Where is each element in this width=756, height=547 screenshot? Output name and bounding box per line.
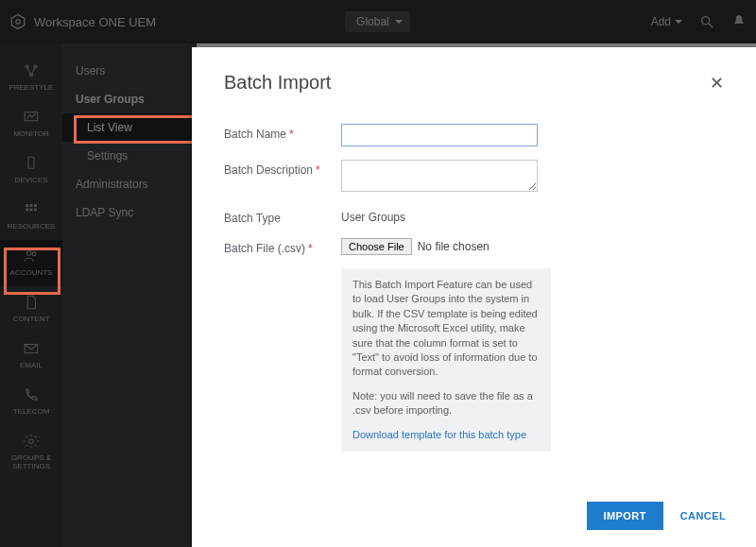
info-text-2: Note: you will need to save the file as …	[352, 389, 540, 419]
cancel-button[interactable]: CANCEL	[680, 510, 726, 521]
import-button[interactable]: IMPORT	[587, 502, 663, 530]
modal-title: Batch Import	[224, 72, 331, 94]
batch-description-input[interactable]	[341, 160, 538, 192]
info-text-1: This Batch Import Feature can be used to…	[352, 278, 540, 380]
label-batch-name: Batch Name*	[224, 124, 341, 141]
choose-file-button[interactable]: Choose File	[341, 238, 412, 255]
info-box: This Batch Import Feature can be used to…	[341, 268, 551, 452]
label-batch-file: Batch File (.csv)*	[224, 238, 341, 255]
batch-name-input[interactable]	[341, 124, 538, 146]
batch-import-modal: Batch Import ✕ Batch Name* Batch Descrip…	[192, 47, 756, 547]
batch-type-value: User Groups	[341, 208, 538, 224]
label-batch-description: Batch Description*	[224, 160, 341, 177]
label-batch-type: Batch Type	[224, 208, 341, 225]
download-template-link[interactable]: Download template for this batch type	[352, 429, 526, 440]
close-icon[interactable]: ✕	[710, 73, 724, 94]
file-chosen-status: No file chosen	[418, 240, 490, 253]
